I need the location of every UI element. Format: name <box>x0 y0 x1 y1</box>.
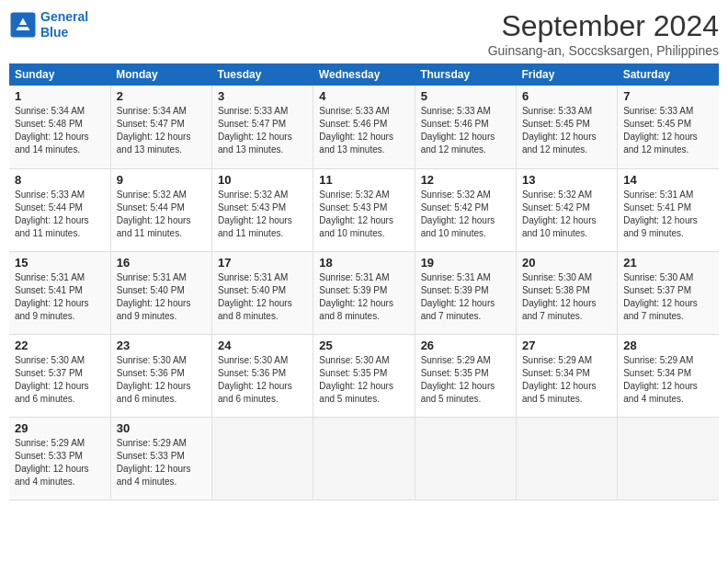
day-number: 28 <box>623 339 713 352</box>
day-number: 26 <box>421 339 510 352</box>
day-info: Sunrise: 5:33 AMSunset: 5:45 PMDaylight:… <box>522 106 597 155</box>
calendar-day-cell: 1 Sunrise: 5:34 AMSunset: 5:48 PMDayligh… <box>9 86 110 168</box>
calendar-day-cell: 21 Sunrise: 5:30 AMSunset: 5:37 PMDaylig… <box>618 251 719 334</box>
day-info: Sunrise: 5:32 AMSunset: 5:43 PMDaylight:… <box>319 190 393 238</box>
day-info: Sunrise: 5:31 AMSunset: 5:41 PMDaylight:… <box>15 272 89 321</box>
day-number: 5 <box>421 89 510 103</box>
day-number: 6 <box>522 89 611 103</box>
day-number: 8 <box>15 173 105 187</box>
empty-cell <box>618 417 719 500</box>
day-info: Sunrise: 5:30 AMSunset: 5:36 PMDaylight:… <box>117 355 191 404</box>
day-number: 4 <box>319 89 408 103</box>
day-info: Sunrise: 5:33 AMSunset: 5:44 PMDaylight:… <box>15 190 89 238</box>
calendar-day-cell: 7 Sunrise: 5:33 AMSunset: 5:45 PMDayligh… <box>618 86 719 168</box>
day-info: Sunrise: 5:32 AMSunset: 5:42 PMDaylight:… <box>421 190 495 238</box>
day-info: Sunrise: 5:31 AMSunset: 5:40 PMDaylight:… <box>218 272 292 321</box>
calendar-week-row: 29 Sunrise: 5:29 AMSunset: 5:33 PMDaylig… <box>9 417 719 500</box>
page-title: September 2024 <box>488 9 719 43</box>
day-number: 18 <box>319 256 408 270</box>
day-number: 29 <box>15 421 105 435</box>
calendar-day-cell: 2 Sunrise: 5:34 AMSunset: 5:47 PMDayligh… <box>110 86 211 168</box>
day-number: 7 <box>623 89 713 103</box>
weekday-header-friday: Friday <box>516 63 617 86</box>
day-info: Sunrise: 5:29 AMSunset: 5:35 PMDaylight:… <box>421 355 495 404</box>
calendar-day-cell: 16 Sunrise: 5:31 AMSunset: 5:40 PMDaylig… <box>110 251 211 334</box>
day-info: Sunrise: 5:31 AMSunset: 5:39 PMDaylight:… <box>319 272 393 321</box>
weekday-header-monday: Monday <box>110 63 211 86</box>
day-number: 19 <box>421 256 510 270</box>
calendar-day-cell: 28 Sunrise: 5:29 AMSunset: 5:34 PMDaylig… <box>618 334 719 417</box>
calendar-day-cell: 15 Sunrise: 5:31 AMSunset: 5:41 PMDaylig… <box>9 251 110 334</box>
calendar-day-cell: 14 Sunrise: 5:31 AMSunset: 5:41 PMDaylig… <box>618 168 719 251</box>
day-info: Sunrise: 5:30 AMSunset: 5:37 PMDaylight:… <box>623 272 698 321</box>
day-info: Sunrise: 5:32 AMSunset: 5:43 PMDaylight:… <box>218 190 292 238</box>
day-number: 10 <box>218 173 307 187</box>
day-info: Sunrise: 5:33 AMSunset: 5:47 PMDaylight:… <box>218 106 292 155</box>
calendar-week-row: 15 Sunrise: 5:31 AMSunset: 5:41 PMDaylig… <box>9 251 719 334</box>
day-number: 20 <box>522 256 611 270</box>
calendar-table: SundayMondayTuesdayWednesdayThursdayFrid… <box>9 63 719 500</box>
day-info: Sunrise: 5:29 AMSunset: 5:33 PMDaylight:… <box>15 438 89 487</box>
calendar-day-cell: 5 Sunrise: 5:33 AMSunset: 5:46 PMDayligh… <box>415 86 516 168</box>
logo-icon <box>9 11 37 39</box>
day-info: Sunrise: 5:31 AMSunset: 5:41 PMDaylight:… <box>623 190 698 238</box>
day-info: Sunrise: 5:32 AMSunset: 5:42 PMDaylight:… <box>522 190 597 238</box>
day-info: Sunrise: 5:34 AMSunset: 5:48 PMDaylight:… <box>15 106 89 155</box>
day-info: Sunrise: 5:29 AMSunset: 5:34 PMDaylight:… <box>522 355 597 404</box>
day-info: Sunrise: 5:29 AMSunset: 5:33 PMDaylight:… <box>117 438 191 487</box>
day-number: 14 <box>623 173 713 187</box>
weekday-header-wednesday: Wednesday <box>313 63 415 86</box>
logo: General Blue <box>9 9 88 40</box>
empty-cell <box>415 417 516 500</box>
day-number: 27 <box>522 339 611 352</box>
weekday-header-saturday: Saturday <box>618 63 719 86</box>
calendar-day-cell: 3 Sunrise: 5:33 AMSunset: 5:47 PMDayligh… <box>212 86 313 168</box>
calendar-day-cell: 30 Sunrise: 5:29 AMSunset: 5:33 PMDaylig… <box>110 417 211 500</box>
day-number: 9 <box>117 173 206 187</box>
day-number: 30 <box>117 421 206 435</box>
day-number: 25 <box>319 339 408 352</box>
empty-cell <box>212 417 313 500</box>
calendar-day-cell: 22 Sunrise: 5:30 AMSunset: 5:37 PMDaylig… <box>9 334 110 417</box>
day-number: 13 <box>522 173 611 187</box>
calendar-day-cell: 9 Sunrise: 5:32 AMSunset: 5:44 PMDayligh… <box>110 168 211 251</box>
day-number: 24 <box>218 339 307 352</box>
calendar-day-cell: 10 Sunrise: 5:32 AMSunset: 5:43 PMDaylig… <box>212 168 313 251</box>
day-info: Sunrise: 5:31 AMSunset: 5:39 PMDaylight:… <box>421 272 495 321</box>
empty-cell <box>516 417 617 500</box>
calendar-week-row: 1 Sunrise: 5:34 AMSunset: 5:48 PMDayligh… <box>9 86 719 168</box>
calendar-day-cell: 11 Sunrise: 5:32 AMSunset: 5:43 PMDaylig… <box>313 168 415 251</box>
day-number: 21 <box>623 256 713 270</box>
day-info: Sunrise: 5:32 AMSunset: 5:44 PMDaylight:… <box>117 190 191 238</box>
calendar-day-cell: 13 Sunrise: 5:32 AMSunset: 5:42 PMDaylig… <box>516 168 617 251</box>
svg-rect-2 <box>17 25 30 27</box>
calendar-day-cell: 19 Sunrise: 5:31 AMSunset: 5:39 PMDaylig… <box>415 251 516 334</box>
weekday-header-sunday: Sunday <box>9 63 110 86</box>
weekday-header-row: SundayMondayTuesdayWednesdayThursdayFrid… <box>9 63 719 86</box>
calendar-day-cell: 25 Sunrise: 5:30 AMSunset: 5:35 PMDaylig… <box>313 334 415 417</box>
day-info: Sunrise: 5:30 AMSunset: 5:36 PMDaylight:… <box>218 355 292 404</box>
calendar-day-cell: 6 Sunrise: 5:33 AMSunset: 5:45 PMDayligh… <box>516 86 617 168</box>
day-info: Sunrise: 5:30 AMSunset: 5:38 PMDaylight:… <box>522 272 597 321</box>
day-info: Sunrise: 5:33 AMSunset: 5:46 PMDaylight:… <box>319 106 393 155</box>
calendar-week-row: 22 Sunrise: 5:30 AMSunset: 5:37 PMDaylig… <box>9 334 719 417</box>
day-number: 23 <box>117 339 206 352</box>
day-number: 15 <box>15 256 105 270</box>
empty-cell <box>313 417 415 500</box>
day-info: Sunrise: 5:33 AMSunset: 5:45 PMDaylight:… <box>623 106 698 155</box>
day-info: Sunrise: 5:30 AMSunset: 5:35 PMDaylight:… <box>319 355 393 404</box>
day-number: 11 <box>319 173 408 187</box>
day-info: Sunrise: 5:30 AMSunset: 5:37 PMDaylight:… <box>15 355 89 404</box>
day-info: Sunrise: 5:33 AMSunset: 5:46 PMDaylight:… <box>421 106 495 155</box>
day-number: 3 <box>218 89 307 103</box>
calendar-day-cell: 17 Sunrise: 5:31 AMSunset: 5:40 PMDaylig… <box>212 251 313 334</box>
calendar-day-cell: 27 Sunrise: 5:29 AMSunset: 5:34 PMDaylig… <box>516 334 617 417</box>
day-number: 12 <box>421 173 510 187</box>
calendar-day-cell: 20 Sunrise: 5:30 AMSunset: 5:38 PMDaylig… <box>516 251 617 334</box>
calendar-day-cell: 8 Sunrise: 5:33 AMSunset: 5:44 PMDayligh… <box>9 168 110 251</box>
calendar-day-cell: 12 Sunrise: 5:32 AMSunset: 5:42 PMDaylig… <box>415 168 516 251</box>
day-info: Sunrise: 5:34 AMSunset: 5:47 PMDaylight:… <box>117 106 191 155</box>
day-number: 2 <box>117 89 206 103</box>
logo-line2: Blue <box>40 25 68 40</box>
calendar-day-cell: 24 Sunrise: 5:30 AMSunset: 5:36 PMDaylig… <box>212 334 313 417</box>
